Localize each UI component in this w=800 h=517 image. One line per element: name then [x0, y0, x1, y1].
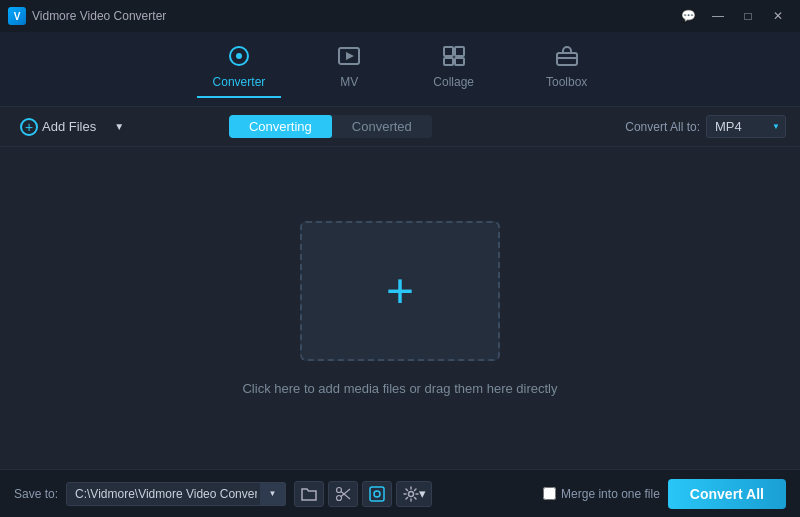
toolbox-icon — [555, 45, 579, 71]
add-files-label: Add Files — [42, 119, 96, 134]
add-files-icon: + — [20, 118, 38, 136]
svg-point-15 — [408, 491, 413, 496]
toolbar: + Add Files ▼ Converting Converted Conve… — [0, 107, 800, 147]
bottom-bar: Save to: ▼ — [0, 469, 800, 517]
convert-all-button[interactable]: Convert All — [668, 479, 786, 509]
nav-item-collage[interactable]: Collage — [417, 41, 490, 97]
minimize-button[interactable]: — — [704, 5, 732, 27]
bottom-tools: ▾ — [294, 481, 432, 507]
collage-icon — [442, 45, 466, 71]
convert-all-to-label: Convert All to: — [625, 120, 700, 134]
chat-button[interactable]: 💬 — [674, 5, 702, 27]
save-path-wrapper: ▼ — [66, 482, 286, 506]
nav-item-mv[interactable]: MV — [321, 41, 377, 97]
maximize-button[interactable]: □ — [734, 5, 762, 27]
drop-zone[interactable]: + — [300, 221, 500, 361]
save-path-input[interactable] — [66, 482, 286, 506]
merge-checkbox-group: Merge into one file — [543, 487, 660, 501]
scissors-button[interactable] — [328, 481, 358, 507]
converter-label: Converter — [213, 75, 266, 89]
add-files-button[interactable]: + Add Files — [14, 115, 102, 139]
top-nav: Converter MV Collage — [0, 32, 800, 107]
app-icon: V — [8, 7, 26, 25]
svg-rect-4 — [455, 47, 464, 56]
svg-rect-6 — [455, 58, 464, 65]
settings-preview-button[interactable] — [362, 481, 392, 507]
title-bar-controls: 💬 — □ ✕ — [674, 5, 792, 27]
collage-label: Collage — [433, 75, 474, 89]
svg-rect-3 — [444, 47, 453, 56]
convert-all-to: Convert All to: MP4 MKV AVI MOV WMV FLV — [625, 115, 786, 138]
save-to-label: Save to: — [14, 487, 58, 501]
mv-label: MV — [340, 75, 358, 89]
format-select-wrapper: MP4 MKV AVI MOV WMV FLV — [706, 115, 786, 138]
settings-button[interactable]: ▾ — [396, 481, 432, 507]
drop-zone-plus-icon: + — [386, 267, 414, 315]
close-button[interactable]: ✕ — [764, 5, 792, 27]
format-select[interactable]: MP4 MKV AVI MOV WMV FLV — [706, 115, 786, 138]
merge-label[interactable]: Merge into one file — [561, 487, 660, 501]
tab-converted[interactable]: Converted — [332, 115, 432, 138]
svg-point-10 — [337, 487, 342, 492]
converter-icon — [227, 45, 251, 71]
svg-point-9 — [337, 495, 342, 500]
svg-rect-13 — [370, 487, 384, 501]
nav-item-toolbox[interactable]: Toolbox — [530, 41, 603, 97]
main-content: + Click here to add media files or drag … — [0, 147, 800, 469]
toolbox-label: Toolbox — [546, 75, 587, 89]
nav-item-converter[interactable]: Converter — [197, 41, 282, 97]
save-path-dropdown-button[interactable]: ▼ — [260, 482, 286, 506]
tab-group: Converting Converted — [229, 115, 432, 138]
drop-hint: Click here to add media files or drag th… — [242, 381, 557, 396]
merge-checkbox[interactable] — [543, 487, 556, 500]
svg-rect-5 — [444, 58, 453, 65]
title-bar: V Vidmore Video Converter 💬 — □ ✕ — [0, 0, 800, 32]
app-title: Vidmore Video Converter — [32, 9, 166, 23]
add-files-dropdown-button[interactable]: ▼ — [110, 118, 128, 136]
svg-point-14 — [374, 491, 380, 497]
tab-converting[interactable]: Converting — [229, 115, 332, 138]
svg-point-1 — [236, 53, 242, 59]
mv-icon — [337, 45, 361, 71]
folder-button[interactable] — [294, 481, 324, 507]
title-bar-left: V Vidmore Video Converter — [8, 7, 166, 25]
